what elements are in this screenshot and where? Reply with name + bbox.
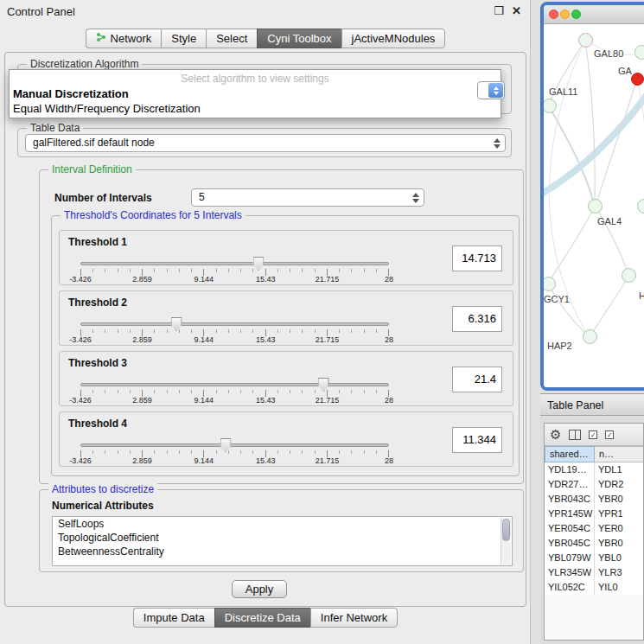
checkbox-icon[interactable]: ✓ <box>589 430 597 439</box>
table-row[interactable]: YLR345WYLR3 <box>545 565 643 580</box>
cell-shared-name[interactable]: YDR27… <box>545 477 595 492</box>
table-row[interactable]: YBL079WYBL0 <box>545 551 643 565</box>
scrollbar-thumb[interactable] <box>502 519 510 541</box>
cell-shared-name[interactable]: YBR043C <box>545 492 595 507</box>
tab-cyni-toolbox[interactable]: Cyni Toolbox <box>257 29 341 48</box>
tab-jactivemnodules[interactable]: jActiveMNodules <box>341 29 446 48</box>
tick-label: 21.715 <box>316 456 340 465</box>
tab-select[interactable]: Select <box>206 29 257 48</box>
cell-name[interactable]: YDL1 <box>595 462 643 477</box>
table-panel-title: Table Panel <box>547 399 603 411</box>
table-row[interactable]: YER054CYER0 <box>545 521 643 536</box>
network-node-selected[interactable] <box>631 73 644 86</box>
cell-shared-name[interactable]: YBL079W <box>545 551 595 565</box>
table-data-combobox[interactable]: galFiltered.sif default node <box>25 134 506 152</box>
column-header-shared-name[interactable]: shared… <box>545 446 595 462</box>
tick-label: 15.43 <box>256 396 276 405</box>
table-row[interactable]: YBR043CYBR0 <box>545 492 643 507</box>
tab-label: Cyni Toolbox <box>267 32 331 45</box>
table-row[interactable]: YBR045CYBR0 <box>545 536 643 551</box>
threshold-3-slider[interactable] <box>80 383 389 386</box>
network-canvas[interactable]: GAL80 GA GAL11 GAL4 GCY1 H HAP2 <box>544 24 644 387</box>
network-view-window: GAL80 GA GAL11 GAL4 GCY1 H HAP2 <box>540 2 644 391</box>
threshold-label: Threshold 1 <box>68 236 127 248</box>
cell-name[interactable]: YBL0 <box>595 551 643 565</box>
threshold-1-slider[interactable] <box>80 262 389 265</box>
cell-name[interactable]: YPR1 <box>595 507 643 521</box>
minimize-traffic-light-icon[interactable] <box>560 10 570 19</box>
cell-name[interactable]: YBR0 <box>595 536 643 551</box>
threshold-2-slider[interactable] <box>80 322 389 326</box>
threshold-4-value-field[interactable]: 11.344 <box>452 427 502 453</box>
group-label: Table Data <box>27 122 83 134</box>
tab-impute-data[interactable]: Impute Data <box>133 608 214 628</box>
table-data-selected: galFiltered.sif default node <box>33 137 155 149</box>
cell-shared-name[interactable]: YBR045C <box>545 536 595 551</box>
cell-shared-name[interactable]: YPR145W <box>545 507 595 521</box>
list-item[interactable]: TopologicalCoefficient <box>53 531 512 545</box>
control-panel: Control Panel ❒ ✕ Network Style Select C… <box>0 0 531 644</box>
tab-network[interactable]: Network <box>86 29 162 48</box>
group-label: Interval Definition <box>48 163 136 175</box>
network-node[interactable] <box>578 33 593 48</box>
table-row[interactable]: YDL19…YDL1 <box>545 462 643 477</box>
table-row[interactable]: YPR145WYPR1 <box>545 507 643 521</box>
list-item[interactable]: BetweennessCentrality <box>53 545 512 558</box>
checkbox-icon[interactable]: ✓ <box>605 430 614 439</box>
float-window-icon[interactable]: ❒ <box>494 4 504 17</box>
combo-stepper-icon <box>494 138 501 149</box>
cell-shared-name[interactable]: YDL19… <box>545 462 595 477</box>
gear-icon[interactable]: ⚙ <box>550 428 561 441</box>
attributes-list: SelfLoops TopologicalCoefficient Between… <box>52 516 513 566</box>
cell-name[interactable]: YBR0 <box>595 492 643 507</box>
tab-label: Impute Data <box>143 611 205 624</box>
tab-infer-network[interactable]: Infer Network <box>310 608 398 628</box>
tab-style[interactable]: Style <box>161 29 206 48</box>
network-node[interactable] <box>588 199 603 214</box>
table-row[interactable]: YIL052CYIL0 <box>545 580 643 595</box>
table-panel-header[interactable]: Table Panel <box>540 393 644 416</box>
threshold-4-slider[interactable] <box>80 443 389 447</box>
combo-stepper-icon[interactable] <box>488 83 503 98</box>
table-row[interactable]: YDR27…YDR2 <box>545 477 643 492</box>
cell-name[interactable]: YLR3 <box>595 565 643 580</box>
num-intervals-combobox[interactable]: 5 <box>191 188 424 207</box>
threshold-panel-2: Threshold 2 -3.426 2.859 9.144 15.43 21.… <box>59 290 513 346</box>
dropdown-option-equal-width[interactable]: Equal Width/Frequency Discretization <box>10 100 501 115</box>
cell-shared-name[interactable]: YLR345W <box>545 565 595 580</box>
threshold-2-value-field[interactable]: 6.316 <box>452 306 502 332</box>
cell-name[interactable]: YIL0 <box>595 580 643 595</box>
tick-label: 28 <box>385 335 393 344</box>
network-node[interactable] <box>634 45 644 60</box>
threshold-1-value-field[interactable]: 14.713 <box>452 245 502 271</box>
cell-shared-name[interactable]: YER054C <box>545 521 595 536</box>
algorithm-combobox[interactable] <box>477 81 505 99</box>
list-scrollbar[interactable] <box>501 518 511 564</box>
network-tab-icon <box>96 32 106 45</box>
num-intervals-label: Number of Intervals <box>54 192 152 204</box>
tick-label: 9.144 <box>194 275 214 284</box>
threshold-label: Threshold 3 <box>68 357 127 369</box>
zoom-traffic-light-icon[interactable] <box>571 10 581 19</box>
node-label: HAP2 <box>547 341 572 351</box>
threshold-3-value-field[interactable]: 21.4 <box>452 367 502 392</box>
network-window-titlebar[interactable] <box>544 5 644 24</box>
cell-shared-name[interactable]: YIL052C <box>545 580 595 595</box>
cell-name[interactable]: YER0 <box>595 521 643 536</box>
column-header-name[interactable]: n… <box>595 446 643 462</box>
tab-discretize-data[interactable]: Discretize Data <box>214 608 310 628</box>
dropdown-option-manual[interactable]: Manual Discretization <box>10 85 501 100</box>
close-icon[interactable]: ✕ <box>512 4 521 17</box>
tab-label: jActiveMNodules <box>352 32 436 45</box>
slider-scale: -3.426 2.859 9.144 15.43 21.715 28 <box>80 456 389 466</box>
list-item[interactable]: SelfLoops <box>53 517 512 531</box>
tick-label: 9.144 <box>194 396 214 405</box>
apply-button[interactable]: Apply <box>232 580 287 598</box>
close-traffic-light-icon[interactable] <box>549 10 558 19</box>
columns-icon[interactable] <box>569 430 581 440</box>
network-node[interactable] <box>622 268 636 283</box>
table-panel-area: ⚙ ✓ ✓ shared… n… YDL19…YDL1 YDR27…YDR2 Y… <box>540 417 644 644</box>
network-node[interactable] <box>583 329 597 344</box>
node-label: GCY1 <box>544 294 570 304</box>
cell-name[interactable]: YDR2 <box>595 477 643 492</box>
